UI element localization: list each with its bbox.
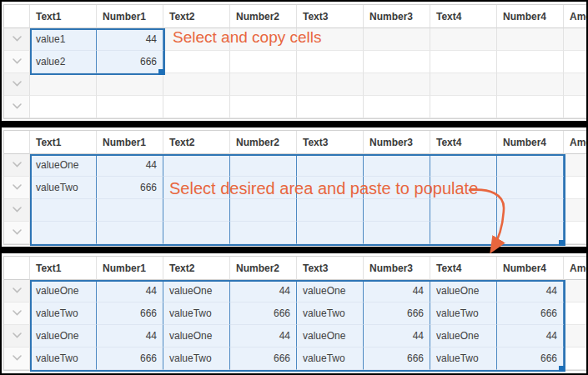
row-handle[interactable] — [4, 325, 30, 348]
cell[interactable] — [564, 302, 586, 325]
cell[interactable] — [497, 96, 564, 118]
cell[interactable] — [430, 177, 497, 199]
cell[interactable]: 44 — [97, 280, 163, 302]
cell[interactable]: value2 — [30, 51, 97, 73]
chevron-down-icon[interactable] — [12, 332, 23, 339]
cell[interactable] — [97, 222, 163, 244]
cell[interactable]: 44 — [97, 28, 163, 51]
cell[interactable] — [230, 154, 297, 177]
column-header-text1[interactable]: Text1 — [30, 257, 97, 280]
cell[interactable]: 666 — [364, 302, 430, 325]
cell[interactable] — [230, 51, 297, 73]
column-header-number4[interactable]: Number4 — [497, 257, 564, 280]
cell[interactable] — [430, 154, 497, 177]
row-handle[interactable] — [4, 302, 30, 325]
cell[interactable]: valueOne — [163, 280, 230, 302]
row-handle[interactable] — [4, 348, 30, 370]
cell[interactable]: 44 — [230, 280, 297, 302]
cell[interactable]: 666 — [230, 348, 297, 370]
cell[interactable] — [230, 199, 297, 222]
cell[interactable] — [297, 154, 364, 177]
cell[interactable]: valueTwo — [430, 348, 497, 370]
cell[interactable] — [497, 28, 564, 51]
cell[interactable]: valueTwo — [297, 348, 364, 370]
cell[interactable]: valueOne — [163, 325, 230, 348]
cell[interactable] — [497, 51, 564, 73]
cell[interactable]: 44 — [364, 325, 430, 348]
cell[interactable] — [30, 73, 97, 96]
cell[interactable]: valueTwo — [30, 302, 97, 325]
cell[interactable]: valueTwo — [297, 302, 364, 325]
chevron-down-icon[interactable] — [12, 80, 23, 88]
chevron-down-icon[interactable] — [12, 183, 23, 191]
cell[interactable] — [564, 348, 586, 370]
cell[interactable]: valueTwo — [430, 302, 497, 325]
column-header-text2[interactable]: Text2 — [163, 257, 230, 280]
cell[interactable] — [30, 199, 97, 222]
cell[interactable]: valueTwo — [163, 302, 230, 325]
cell[interactable]: value1 — [30, 28, 97, 51]
cell[interactable] — [430, 199, 497, 222]
cell[interactable] — [497, 154, 564, 177]
cell[interactable]: 44 — [364, 280, 430, 302]
cell[interactable] — [163, 154, 230, 177]
cell[interactable] — [430, 96, 497, 118]
column-header-amount[interactable]: Amount — [564, 5, 586, 28]
cell[interactable]: valueOne — [430, 280, 497, 302]
cell[interactable] — [430, 51, 497, 73]
cell[interactable] — [364, 199, 430, 222]
fill-handle[interactable] — [158, 69, 164, 75]
cell[interactable] — [163, 28, 230, 51]
row-handle[interactable] — [4, 222, 30, 244]
cell[interactable] — [97, 73, 163, 96]
cell[interactable]: 666 — [497, 302, 564, 325]
cell[interactable] — [564, 96, 586, 118]
cell[interactable]: 666 — [497, 348, 564, 370]
column-header-number4[interactable]: Number4 — [497, 131, 564, 154]
cell[interactable] — [30, 96, 97, 118]
fill-handle[interactable] — [559, 366, 565, 372]
row-handle[interactable] — [4, 73, 30, 96]
cell[interactable]: valueTwo — [30, 177, 97, 199]
column-header-text4[interactable]: Text4 — [430, 257, 497, 280]
column-header-text2[interactable]: Text2 — [163, 131, 230, 154]
cell[interactable] — [163, 96, 230, 118]
row-handle[interactable] — [4, 96, 30, 118]
cell[interactable] — [97, 199, 163, 222]
column-header-number2[interactable]: Number2 — [230, 131, 297, 154]
cell[interactable]: 666 — [97, 348, 163, 370]
column-header-number2[interactable]: Number2 — [230, 257, 297, 280]
chevron-down-icon[interactable] — [12, 102, 23, 110]
cell[interactable]: 44 — [97, 325, 163, 348]
cell[interactable] — [364, 177, 430, 199]
cell[interactable]: 666 — [97, 177, 163, 199]
cell[interactable] — [297, 177, 364, 199]
cell[interactable] — [364, 96, 430, 118]
cell[interactable] — [430, 222, 497, 244]
chevron-down-icon[interactable] — [12, 228, 23, 236]
cell[interactable] — [564, 280, 586, 302]
cell[interactable] — [297, 96, 364, 118]
cell[interactable] — [497, 222, 564, 244]
column-header-text2[interactable]: Text2 — [163, 5, 230, 28]
cell[interactable] — [497, 199, 564, 222]
cell[interactable] — [364, 154, 430, 177]
cell[interactable] — [564, 222, 586, 244]
cell[interactable] — [297, 199, 364, 222]
chevron-down-icon[interactable] — [12, 354, 23, 362]
cell[interactable] — [564, 199, 586, 222]
column-header-text1[interactable]: Text1 — [30, 5, 97, 28]
cell[interactable] — [497, 73, 564, 96]
column-header-number4[interactable]: Number4 — [497, 5, 564, 28]
cell[interactable]: valueOne — [30, 325, 97, 348]
cell[interactable] — [430, 73, 497, 96]
cell[interactable] — [364, 51, 430, 73]
fill-handle[interactable] — [559, 240, 565, 246]
chevron-down-icon[interactable] — [12, 58, 23, 65]
column-header-amount[interactable]: Amount — [564, 257, 586, 280]
cell[interactable]: valueOne — [430, 325, 497, 348]
cell[interactable]: 44 — [497, 280, 564, 302]
column-header-number3[interactable]: Number3 — [364, 257, 430, 280]
column-header-text1[interactable]: Text1 — [30, 131, 97, 154]
cell[interactable] — [230, 28, 297, 51]
